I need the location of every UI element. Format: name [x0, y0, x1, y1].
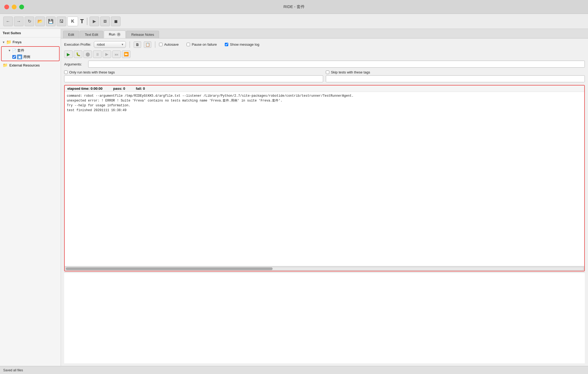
run-panel-content: Execution Profile: robot pybot jybot ▼ 🗎… [61, 38, 588, 366]
refresh-button[interactable]: ↻ [25, 17, 34, 26]
bottom-log-panel [64, 272, 585, 363]
close-button[interactable] [4, 5, 9, 9]
output-line-6: test finished 20201111 16:38:49 [67, 108, 582, 113]
skip-tags-checkbox[interactable] [326, 71, 329, 74]
k-button[interactable]: K [67, 17, 78, 26]
statusbar: Saved all files [0, 366, 588, 374]
titlebar: RIDE - 套件 [0, 0, 588, 14]
tab-text-edit[interactable]: Text Edit [80, 31, 103, 38]
sidebar-header: Test Suites [0, 29, 61, 37]
forward-button[interactable]: → [14, 17, 24, 26]
suite-label: 套件 [17, 48, 24, 53]
exec-divider-2 [155, 41, 155, 48]
arguments-label: Arguments: [64, 62, 86, 66]
tab-edit[interactable]: Edit [63, 31, 79, 38]
tab-run-close[interactable]: ✕ [117, 33, 121, 36]
run-small-button[interactable]: ▶ [90, 17, 99, 26]
open-folder-button[interactable]: 📂 [35, 17, 45, 26]
run-play-icon: ▶ [67, 52, 70, 57]
sidebar-item-external-resources[interactable]: 📁 External Resources [0, 62, 61, 69]
open-file-icon: 📋 [145, 42, 150, 47]
stop-circle-icon: ⬤ [86, 52, 90, 57]
autosave-checkbox[interactable] [159, 43, 163, 46]
new-file-button[interactable]: 🗎 [134, 41, 141, 48]
run-controls-row: ▶ 🐛 ⬤ ⏸ ▶ ⏭ ⏩ [64, 50, 585, 58]
tab-release-notes[interactable]: Release Notes [126, 31, 159, 38]
run-step-over-button[interactable]: ⏩ [122, 50, 130, 58]
pause-on-failure-checkbox[interactable] [187, 43, 190, 46]
step-next-icon: ⏭ [115, 52, 119, 57]
output-line-4: Try --help for usage information. [67, 103, 582, 108]
only-run-tags-input[interactable] [64, 75, 323, 82]
pause-icon: ⏸ [95, 52, 99, 57]
arguments-input[interactable] [88, 61, 585, 68]
back-button[interactable]: ← [3, 17, 13, 26]
window-title: RIDE - 套件 [283, 4, 304, 9]
output-body[interactable]: command: robot --argumentfile /tmp/RIDEy… [65, 92, 584, 266]
run-pause-button[interactable]: ⏸ [93, 50, 102, 58]
tabs-bar: Edit Text Edit Run ✕ Release Notes [61, 29, 588, 38]
skip-tags-label: Skip tests with these tags [331, 70, 370, 74]
statusbar-message: Saved all files [3, 368, 23, 372]
show-message-log-checkbox[interactable] [225, 43, 228, 46]
open-folder-icon: 📂 [37, 19, 43, 24]
save-as-icon: 🖫 [59, 19, 64, 24]
run-step-next-button[interactable]: ⏭ [112, 50, 121, 58]
tab-run[interactable]: Run ✕ [104, 30, 126, 38]
window-controls [4, 5, 24, 9]
refresh-icon: ↻ [28, 19, 31, 24]
exec-divider-1 [130, 41, 130, 48]
run-debug-button[interactable]: 🐛 [74, 50, 82, 58]
autosave-label: Autosave [164, 42, 179, 46]
save-button[interactable]: 💾 [46, 17, 56, 26]
t-label: T [79, 18, 85, 25]
sidebar-item-freya[interactable]: ▼ 📁 Freya [0, 38, 61, 46]
pause-on-failure-label: Pause on failure [192, 42, 217, 46]
pass-label: pass: 0 [113, 87, 125, 91]
run-resume-button[interactable]: ▶ [103, 50, 111, 58]
show-message-log-label: Show message log [230, 42, 259, 46]
scrollbar-thumb[interactable] [66, 267, 273, 270]
back-icon: ← [6, 19, 10, 24]
stop-small-icon: ◼ [114, 19, 118, 24]
expand-arrow-icon: ▼ [2, 41, 5, 44]
play-icon: ▶ [93, 19, 96, 24]
run-stop-button[interactable]: ⬤ [83, 50, 92, 58]
run-play-button[interactable]: ▶ [64, 50, 73, 58]
forward-icon: → [17, 19, 21, 24]
maximize-button[interactable] [19, 5, 24, 9]
sidebar-content: ▼ 📁 Freya ▼ 📄 套件 ▣ 用例 [0, 37, 61, 366]
sidebar-item-suite[interactable]: ▼ 📄 套件 [3, 47, 58, 54]
sidebar-item-testcase[interactable]: ▣ 用例 [3, 54, 58, 60]
execution-profile-wrapper: robot pybot jybot ▼ [94, 41, 126, 48]
output-line-1: command: robot --argumentfile /tmp/RIDEy… [67, 94, 582, 98]
stop-small-button[interactable]: ◼ [111, 17, 121, 26]
save-icon: 💾 [48, 19, 53, 24]
testcase-label: 用例 [23, 54, 30, 59]
execution-profile-label: Execution Profile: [64, 42, 91, 46]
skip-tags-col: Skip tests with these tags [326, 70, 585, 82]
toolbar-separator-1 [87, 18, 87, 25]
output-line-2: unexpected error: ! ERROR ! Suite 'Freva… [67, 98, 582, 103]
autosave-row: Autosave [159, 42, 179, 46]
open-file-button[interactable]: 📋 [144, 41, 151, 48]
right-panel: Edit Text Edit Run ✕ Release Notes Execu… [61, 29, 588, 366]
toolbar: ← → ↻ 📂 💾 🖫 K T ▶ 🖼 ◼ [0, 14, 588, 29]
tab-run-label: Run [109, 32, 115, 36]
image-button[interactable]: 🖼 [100, 17, 110, 26]
external-folder-icon: 📁 [3, 63, 8, 68]
minimize-button[interactable] [12, 5, 17, 9]
skip-tags-input[interactable] [326, 75, 585, 82]
k-icon: K [71, 19, 74, 24]
external-resources-label: External Resources [9, 63, 40, 67]
folder-icon: 📁 [6, 40, 11, 45]
testcase-checkbox[interactable] [12, 55, 16, 59]
horizontal-scrollbar[interactable] [65, 266, 584, 271]
step-over-icon: ⏩ [124, 52, 129, 57]
only-run-tags-checkbox[interactable] [64, 71, 68, 74]
only-run-tags-label: Only run tests with these tags [69, 70, 115, 74]
skip-tags-checkbox-row: Skip tests with these tags [326, 70, 585, 74]
execution-profile-select[interactable]: robot pybot jybot [94, 41, 126, 48]
testcase-icon: ▣ [17, 54, 22, 59]
save-as-button[interactable]: 🖫 [57, 17, 66, 26]
